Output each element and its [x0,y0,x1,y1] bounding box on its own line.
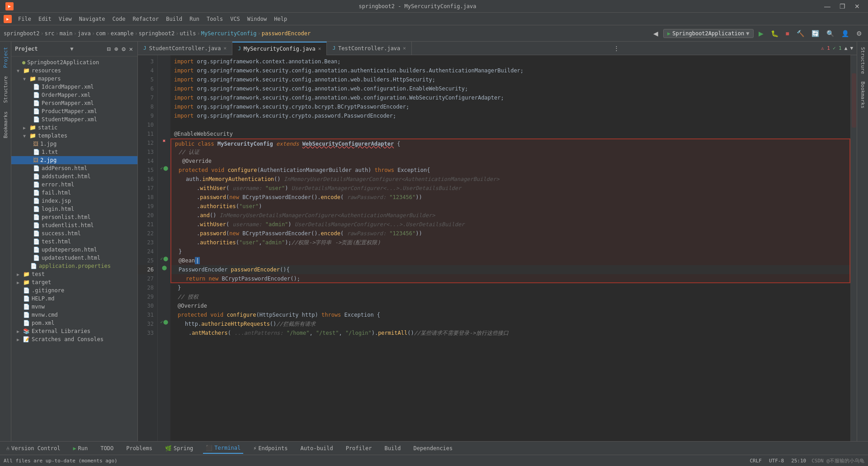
breadcrumb-method[interactable]: passwordEncoder [262,30,311,37]
tree-appprops[interactable]: 📄 application.properties [11,262,137,270]
search-button[interactable]: 🔍 [824,29,836,38]
structure-right-tab[interactable]: Structure [858,43,868,78]
right-scrollbar[interactable] [850,55,857,441]
terminal-tab[interactable]: ⬛ Terminal [203,443,243,454]
tree-test-folder[interactable]: ▶ 📁 test [11,270,137,278]
tree-personmapper[interactable]: 📄 PersonMapper.xml [11,99,137,107]
menu-vcs[interactable]: VCS [226,15,244,23]
tree-idcardmapper[interactable]: 📄 IdcardMapper.xml [11,83,137,91]
tab-testcontroller[interactable]: J TestController.java ✕ [327,42,412,55]
menu-window[interactable]: Window [244,15,270,23]
tab-mysercurityconfig[interactable]: J MySercurityConfig.java ✕ [232,42,327,55]
tree-1jpg[interactable]: 🖼 1.jpg [11,140,137,148]
tree-helpmd[interactable]: 📄 HELP.md [11,295,137,303]
tree-index[interactable]: 📄 index.jsp [11,197,137,205]
tree-updateperson[interactable]: 📄 updateperson.html [11,246,137,254]
profiler-tab[interactable]: Profiler [343,443,375,453]
version-control-tab[interactable]: ⑃ Version Control [4,443,63,453]
menu-code[interactable]: Code [109,15,129,23]
tree-1txt[interactable]: 📄 1.txt [11,148,137,156]
structure-tab[interactable]: Structure [1,72,10,107]
charset-indicator[interactable]: UTF-8 [767,458,786,464]
breadcrumb-springboot2[interactable]: springboot2 [139,30,175,37]
tree-templates[interactable]: ▼ 📁 templates [11,132,137,140]
breadcrumb-utils[interactable]: utils [179,30,196,37]
sidebar-close[interactable]: ✕ [128,44,134,53]
build-button[interactable]: 🔨 [794,29,807,38]
run-config[interactable]: ▶ Springboot2Application ▼ [663,29,753,38]
breadcrumb-com[interactable]: com [96,30,106,37]
run-button[interactable]: ▶ [756,29,766,38]
dependencies-tab[interactable]: Dependencies [411,443,456,453]
tree-addperson[interactable]: 📄 addPerson.html [11,164,137,172]
tree-studentlist[interactable]: 📄 studentlist.html [11,221,137,229]
project-tab[interactable]: Project [1,43,10,71]
tree-test[interactable]: 📄 test.html [11,238,137,246]
problems-tab[interactable]: Problems [123,443,155,453]
breadcrumb-java[interactable]: java [78,30,91,37]
tree-ext-libraries[interactable]: ▶ 📚 External Libraries [11,327,137,335]
menu-build[interactable]: Build [162,15,186,23]
tree-scratches[interactable]: ▶ 📝 Scratches and Consoles [11,335,137,343]
menu-tools[interactable]: Tools [203,15,226,23]
crlf-indicator[interactable]: CRLF [748,458,764,464]
tab-close-btn[interactable]: ✕ [224,45,227,51]
breadcrumb-project[interactable]: springboot2 [4,30,39,37]
avatar-button[interactable]: 👤 [839,29,851,38]
toolbar-back-btn[interactable]: ◀ [651,29,660,38]
tabs-overflow-button[interactable]: ⋮ [610,45,623,52]
tree-productmapper[interactable]: 📄 ProductMapper.xml [11,107,137,115]
tree-springboot2application[interactable]: ● Springboot2Application [11,58,137,67]
tree-updatestudent[interactable]: 📄 updatestudent.html [11,254,137,262]
sidebar-collapse-all[interactable]: ⊟ [106,44,111,53]
tree-mvnw[interactable]: 📄 mvnw [11,303,137,311]
tree-gitignore[interactable]: 📄 .gitignore [11,286,137,295]
sidebar-scroll-to[interactable]: ⊕ [113,44,119,53]
build-tab[interactable]: Build [382,443,403,453]
menu-run[interactable]: Run [186,15,203,23]
tree-pomxml[interactable]: 📄 pom.xml [11,319,137,327]
bookmarks-right-tab[interactable]: Bookmarks [858,78,868,112]
sidebar-dropdown[interactable]: ▼ [70,46,73,52]
tree-success[interactable]: 📄 success.html [11,229,137,238]
bookmarks-tab[interactable]: Bookmarks [1,108,10,142]
breadcrumb-src[interactable]: src [45,30,55,37]
auto-build-tab[interactable]: Auto-build [297,443,335,453]
tree-static[interactable]: ▶ 📁 static [11,124,137,132]
tree-resources[interactable]: ▼ 📁 resources [11,67,137,75]
close-button[interactable]: ✕ [852,2,863,11]
tree-studentmapper[interactable]: 📄 StudentMapper.xml [11,115,137,124]
tree-error[interactable]: 📄 error.html [11,181,137,189]
sidebar-gear[interactable]: ⚙ [121,44,126,53]
menu-file[interactable]: File [14,15,35,23]
breadcrumb-main[interactable]: main [60,30,73,37]
tab-studentcontroller[interactable]: J StudentController.java ✕ [138,42,232,55]
menu-view[interactable]: View [55,15,75,23]
todo-tab[interactable]: TODO [98,443,116,453]
stop-button[interactable]: ■ [783,29,792,38]
tree-personlist[interactable]: 📄 personlist.html [11,213,137,221]
tree-addstudent[interactable]: 📄 addstudent.html [11,172,137,181]
tab-close-btn[interactable]: ✕ [318,46,321,52]
debug-button[interactable]: 🐛 [769,29,781,38]
tree-login[interactable]: 📄 login.html [11,205,137,213]
tree-fail[interactable]: 📄 fail.html [11,189,137,197]
maximize-button[interactable]: ❐ [837,2,848,11]
minimize-button[interactable]: — [821,2,833,11]
tree-target[interactable]: ▶ 📁 target [11,278,137,286]
tree-mappers[interactable]: ▼ 📁 mappers [11,75,137,83]
tree-2jpg[interactable]: 🖼 2.jpg [11,156,137,164]
menu-refactor[interactable]: Refactor [129,15,162,23]
run-tab[interactable]: ▶ Run [70,443,90,453]
endpoints-tab[interactable]: ⚡ Endpoints [250,443,290,453]
tree-mvnwcmd[interactable]: 📄 mvnw.cmd [11,311,137,319]
settings-button[interactable]: ⚙ [854,29,864,38]
menu-navigate[interactable]: Navigate [75,15,109,23]
tab-close-btn[interactable]: ✕ [403,45,406,51]
spring-tab[interactable]: 🌿 Spring [162,443,196,453]
nav-down[interactable]: ▼ [850,45,853,51]
sync-button[interactable]: 🔄 [809,29,821,38]
breadcrumb-example[interactable]: example [111,30,134,37]
menu-help[interactable]: Help [270,15,291,23]
breadcrumb-class[interactable]: MySercurityConfig [201,30,257,37]
